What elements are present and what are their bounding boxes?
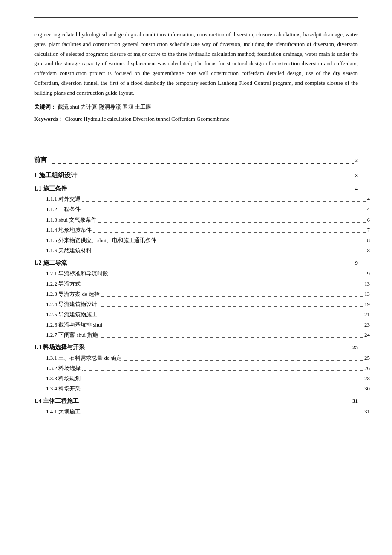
toc-dots — [104, 327, 363, 327]
toc-dots — [99, 306, 363, 307]
toc-item[interactable]: 1.1.3 shui 文气象条件6 — [46, 215, 370, 225]
toc-label: 1.3.1 土、石料需求总量 de 确定 — [46, 353, 122, 363]
toc-page: 3 — [355, 171, 358, 181]
toc-label: 1 施工组织设计 — [34, 170, 77, 182]
document-page: engineering-related hydrological and geo… — [0, 0, 392, 555]
toc-dots — [98, 222, 365, 223]
toc-page: 8 — [367, 235, 370, 246]
toc-dots — [81, 404, 351, 404]
toc-dots — [82, 414, 363, 414]
toc-item[interactable]: 前言2 — [34, 154, 358, 166]
toc-page: 6 — [367, 215, 370, 225]
toc-label: 1.2.1 导流标准和导流时段 — [46, 269, 108, 279]
toc-label: 1.1.3 shui 文气象条件 — [46, 215, 97, 225]
toc-item[interactable]: 1.1.6 天然建筑材料8 — [46, 246, 370, 256]
toc-item[interactable]: 1 施工组织设计3 — [34, 170, 358, 182]
toc-dots — [93, 253, 365, 253]
toc-item[interactable]: 1.2.1 导流标准和导流时段9 — [46, 269, 370, 279]
toc-page: 9 — [355, 258, 358, 268]
toc-item[interactable]: 1.1.2 工程条件4 — [46, 204, 370, 214]
toc-item[interactable]: 1.2.4 导流建筑物设计19 — [46, 299, 370, 309]
toc-label: 1.3.4 料场开采 — [46, 384, 81, 394]
toc-page: 13 — [364, 279, 370, 289]
toc-dots — [101, 296, 363, 297]
toc-item[interactable]: 1.4 主体工程施工31 — [34, 396, 358, 407]
toc-page: 2 — [355, 155, 358, 165]
toc-item[interactable]: 1.2.5 导流建筑物施工21 — [46, 309, 370, 320]
abstract-body: engineering-related hydrological and geo… — [34, 30, 358, 98]
toc-item[interactable]: 1.4.1 大坝施工31 — [46, 407, 370, 417]
toc-page: 30 — [364, 384, 370, 394]
toc-label: 1.4.1 大坝施工 — [46, 407, 81, 417]
toc-item[interactable]: 1.1 施工条件4 — [34, 183, 358, 194]
toc-item[interactable]: 1.2.3 导流方案 de 选择13 — [46, 289, 370, 299]
toc-label: 1.2.4 导流建筑物设计 — [46, 299, 97, 309]
toc-page: 25 — [364, 353, 370, 363]
toc-dots — [110, 276, 365, 276]
toc-page: 21 — [364, 309, 370, 320]
toc-dots — [124, 360, 363, 361]
toc-dots — [93, 232, 365, 233]
toc-dots — [100, 337, 363, 338]
keywords-en-row: Keywords： Closure Hydraulic calculation … — [34, 114, 358, 124]
toc-page: 4 — [367, 194, 370, 204]
toc-page: 4 — [367, 204, 370, 214]
toc-label: 1.2.3 导流方案 de 选择 — [46, 289, 100, 299]
toc-item[interactable]: 1.3.1 土、石料需求总量 de 确定25 — [46, 353, 370, 363]
toc-item[interactable]: 1.3.4 料场开采30 — [46, 384, 370, 394]
toc-page: 7 — [367, 225, 370, 235]
toc-label: 1.1 施工条件 — [34, 183, 67, 194]
toc-label: 前言 — [34, 154, 47, 166]
toc-page: 26 — [364, 363, 370, 373]
toc-label: 1.3.3 料场规划 — [46, 373, 81, 384]
toc-page: 31 — [364, 407, 370, 417]
toc-item[interactable]: 1.1.1 对外交通4 — [46, 194, 370, 204]
toc-dots — [82, 286, 363, 286]
toc-dots — [158, 243, 366, 243]
keywords-en-label: Keywords： — [34, 116, 63, 122]
toc-item[interactable]: 1.3 料场选择与开采25 — [34, 342, 358, 353]
toc-label: 1.1.2 工程条件 — [46, 204, 81, 214]
toc-dots — [69, 191, 354, 191]
toc-page: 31 — [352, 396, 358, 406]
toc-item[interactable]: 1.1.4 地形地质条件7 — [46, 225, 370, 235]
toc-dots — [69, 266, 354, 266]
toc-page: 28 — [364, 373, 370, 384]
keywords-cn-row: 关键词： 截流 shui 力计算 隧洞导流 围堰 土工膜 — [34, 102, 358, 112]
toc-label: 1.2.2 导流方式 — [46, 279, 81, 289]
toc-label: 1.3.2 料场选择 — [46, 363, 81, 373]
toc-item[interactable]: 1.2.7 下闸蓄 shui 措施24 — [46, 330, 370, 340]
spacer — [34, 125, 358, 151]
toc-item[interactable]: 1.3.3 料场规划28 — [46, 373, 370, 384]
toc-dots — [49, 163, 354, 164]
toc-dots — [86, 350, 351, 350]
top-divider — [34, 17, 358, 18]
toc-label: 1.1.4 地形地质条件 — [46, 225, 92, 235]
toc-page: 23 — [364, 320, 370, 330]
table-of-contents: 前言21 施工组织设计31.1 施工条件41.1.1 对外交通41.1.2 工程… — [34, 154, 358, 417]
toc-item[interactable]: 1.2.2 导流方式13 — [46, 279, 370, 289]
toc-item[interactable]: 1.2.6 截流与基坑排 shui23 — [46, 320, 370, 330]
toc-dots — [82, 212, 365, 212]
toc-dots — [82, 391, 363, 391]
toc-page: 13 — [364, 289, 370, 299]
keywords-cn-values: 截流 shui 力计算 隧洞导流 围堰 土工膜 — [56, 104, 151, 110]
toc-page: 4 — [355, 184, 358, 194]
toc-dots — [99, 317, 363, 317]
toc-label: 1.2.5 导流建筑物施工 — [46, 309, 97, 320]
toc-item[interactable]: 1.3.2 料场选择26 — [46, 363, 370, 373]
toc-label: 1.4 主体工程施工 — [34, 396, 79, 407]
toc-label: 1.2.7 下闸蓄 shui 措施 — [46, 330, 98, 340]
toc-dots — [79, 179, 353, 179]
toc-label: 1.1.5 外来物资供应、shui、电和施工通讯条件 — [46, 235, 156, 246]
toc-page: 8 — [367, 246, 370, 256]
keywords-en-values: Closure Hydraulic calculation Diversion … — [63, 116, 229, 122]
toc-item[interactable]: 1.1.5 外来物资供应、shui、电和施工通讯条件8 — [46, 235, 370, 246]
toc-item[interactable]: 1.2 施工导流9 — [34, 257, 358, 269]
toc-label: 1.2.6 截流与基坑排 shui — [46, 320, 102, 330]
toc-label: 1.1.6 天然建筑材料 — [46, 246, 92, 256]
toc-page: 9 — [367, 269, 370, 279]
toc-page: 19 — [364, 299, 370, 309]
toc-label: 1.2 施工导流 — [34, 257, 67, 269]
toc-dots — [82, 201, 365, 202]
